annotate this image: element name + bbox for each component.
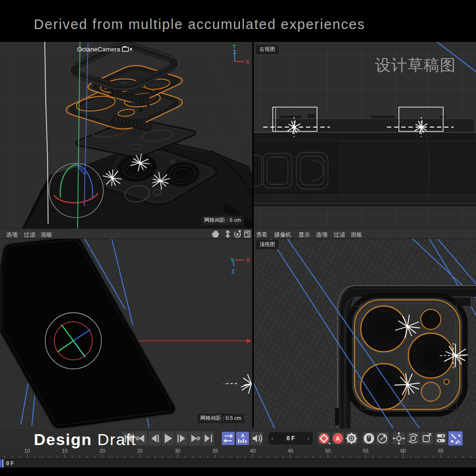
svg-text:Z: Z: [233, 49, 236, 56]
svg-text:0 F: 0 F: [287, 435, 295, 442]
svg-text:Z: Z: [231, 268, 235, 275]
svg-text:X: X: [246, 59, 249, 65]
svg-text:Y: Y: [230, 257, 234, 264]
svg-text:X: X: [246, 257, 250, 264]
svg-text:A: A: [241, 433, 245, 438]
svg-text:‹: ‹: [271, 436, 273, 441]
svg-text:›: ›: [307, 436, 309, 441]
svg-text:A: A: [336, 435, 340, 442]
